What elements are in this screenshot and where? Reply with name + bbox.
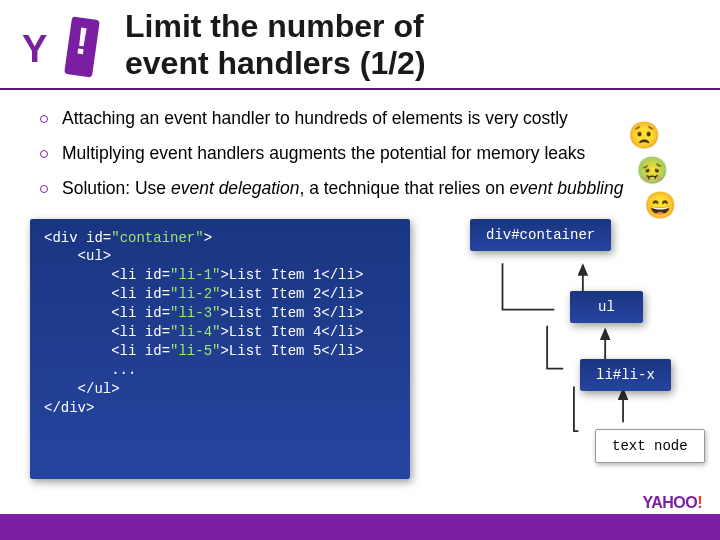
yahoo-logo: Y (20, 20, 105, 75)
bullet-list: Attaching an event handler to hundreds o… (0, 90, 720, 199)
bullet-item: Multiplying event handlers augments the … (40, 143, 680, 164)
sad-emoji-icon: 😟 (628, 120, 660, 151)
bullet-dot-icon (40, 150, 48, 158)
diagram-box-li: li#li-x (580, 359, 671, 391)
bullet-text: Multiplying event handlers augments the … (62, 143, 585, 164)
sick-emoji-icon: 🤢 (636, 155, 668, 186)
happy-emoji-icon: 😄 (644, 190, 676, 221)
logo-bang-icon (64, 17, 100, 78)
bullet-text: Solution: Use event delegation, a techni… (62, 178, 623, 199)
bullet-dot-icon (40, 185, 48, 193)
footer-brand-text: YAHOO (642, 494, 697, 511)
bullet-item: Attaching an event handler to hundreds o… (40, 108, 680, 129)
bullet-text: Attaching an event handler to hundreds o… (62, 108, 568, 129)
footer-bang-icon: ! (697, 494, 702, 511)
footer-bar (0, 514, 720, 540)
slide-header: Y Limit the number of event handlers (1/… (0, 0, 720, 90)
diagram-box-container: div#container (470, 219, 611, 251)
logo-y: Y (22, 28, 45, 71)
code-block: <div id="container"> <ul> <li id="li-1">… (30, 219, 410, 479)
bullet-item: Solution: Use event delegation, a techni… (40, 178, 680, 199)
content-row: <div id="container"> <ul> <li id="li-1">… (0, 213, 720, 479)
bullet-dot-icon (40, 115, 48, 123)
slide-title: Limit the number of event handlers (1/2) (125, 8, 426, 88)
footer-yahoo-logo: YAHOO! (642, 494, 702, 512)
diagram-box-ul: ul (570, 291, 643, 323)
title-line-1: Limit the number of (125, 8, 424, 44)
title-line-2: event handlers (1/2) (125, 45, 426, 81)
bubbling-diagram: div#container ul li#li-x text node (440, 219, 690, 479)
diagram-box-text-node: text node (595, 429, 705, 463)
